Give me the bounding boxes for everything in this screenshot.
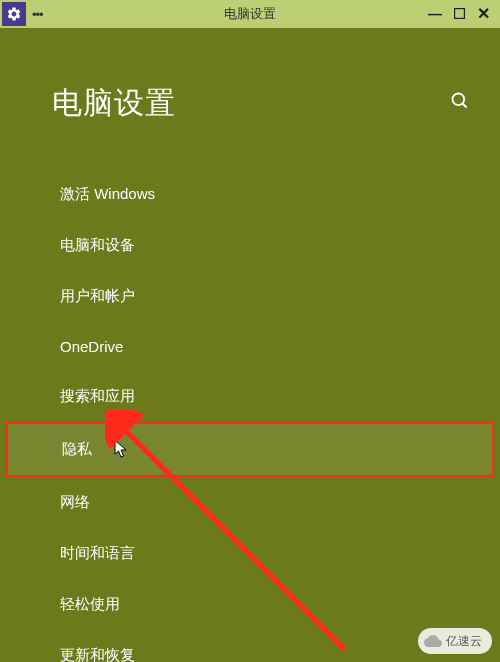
menu-item-time-language[interactable]: 时间和语言 bbox=[0, 528, 500, 579]
settings-menu: 激活 Windows 电脑和设备 用户和帐户 OneDrive 搜索和应用 隐私… bbox=[0, 149, 500, 662]
menu-item-network[interactable]: 网络 bbox=[0, 477, 500, 528]
menu-label: 隐私 bbox=[62, 440, 92, 457]
cloud-icon bbox=[424, 632, 442, 650]
maximize-button[interactable] bbox=[454, 7, 465, 21]
page-title: 电脑设置 bbox=[52, 83, 176, 124]
menu-label: 搜索和应用 bbox=[60, 387, 135, 404]
header-row: 电脑设置 bbox=[0, 28, 500, 149]
window-title: 电脑设置 bbox=[224, 5, 276, 23]
titlebar-left: ••• bbox=[0, 2, 43, 26]
search-icon[interactable] bbox=[450, 91, 470, 116]
watermark-text: 亿速云 bbox=[446, 633, 482, 650]
menu-item-ease-access[interactable]: 轻松使用 bbox=[0, 579, 500, 630]
menu-item-pc-devices[interactable]: 电脑和设备 bbox=[0, 220, 500, 271]
svg-point-1 bbox=[453, 94, 465, 106]
window-controls: — ✕ bbox=[428, 6, 500, 22]
watermark: 亿速云 bbox=[418, 628, 492, 654]
content-area: 电脑设置 激活 Windows 电脑和设备 用户和帐户 OneDrive 搜索和… bbox=[0, 28, 500, 662]
minimize-button[interactable]: — bbox=[428, 7, 442, 21]
menu-label: 时间和语言 bbox=[60, 544, 135, 561]
titlebar: ••• 电脑设置 — ✕ bbox=[0, 0, 500, 28]
menu-label: 激活 Windows bbox=[60, 185, 155, 202]
menu-item-privacy[interactable]: 隐私 bbox=[6, 422, 494, 477]
menu-label: 轻松使用 bbox=[60, 595, 120, 612]
menu-label: 用户和帐户 bbox=[60, 287, 135, 304]
svg-rect-0 bbox=[455, 9, 465, 19]
menu-item-activate-windows[interactable]: 激活 Windows bbox=[0, 169, 500, 220]
menu-item-users-accounts[interactable]: 用户和帐户 bbox=[0, 271, 500, 322]
menu-label: OneDrive bbox=[60, 338, 123, 355]
menu-item-onedrive[interactable]: OneDrive bbox=[0, 322, 500, 371]
cursor-icon bbox=[114, 439, 130, 459]
app-settings-icon[interactable] bbox=[2, 2, 26, 26]
menu-label: 更新和恢复 bbox=[60, 646, 135, 662]
close-button[interactable]: ✕ bbox=[477, 6, 490, 22]
svg-line-2 bbox=[463, 104, 467, 108]
menu-label: 网络 bbox=[60, 493, 90, 510]
menu-label: 电脑和设备 bbox=[60, 236, 135, 253]
menu-dots-icon[interactable]: ••• bbox=[32, 7, 43, 22]
menu-item-search-apps[interactable]: 搜索和应用 bbox=[0, 371, 500, 422]
